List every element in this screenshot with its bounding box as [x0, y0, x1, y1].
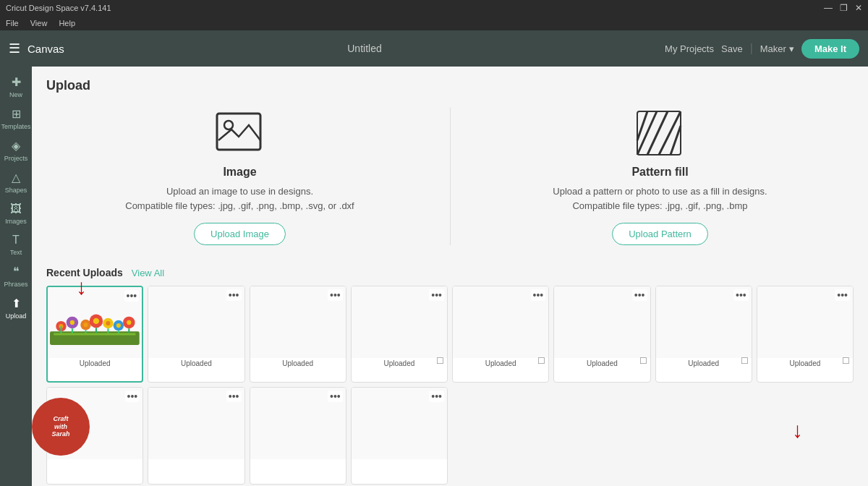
upload-thumb-5[interactable]: Uploaded ••• ☐	[452, 286, 549, 383]
upload-thumb-11[interactable]: •••	[250, 387, 346, 484]
uploads-grid-row2: ••• ••• ••• •••	[46, 387, 854, 484]
upload-thumb-4[interactable]: Uploaded ••• ☐	[351, 286, 448, 383]
sidebar-label-shapes: Shapes	[5, 187, 27, 194]
maker-label: Maker	[760, 43, 786, 54]
canvas-label: Canvas	[27, 43, 64, 55]
save-button[interactable]: Save	[721, 43, 743, 54]
thumb-label-6: Uploaded	[554, 358, 650, 369]
window-controls[interactable]: — ❐ ✕	[824, 3, 862, 13]
sidebar-label-phrases: Phrases	[4, 281, 27, 288]
thumb-menu-6[interactable]: •••	[632, 289, 647, 301]
recent-uploads-header: Recent Uploads View All	[46, 267, 854, 278]
sidebar-item-images[interactable]: 🖼 Images	[0, 198, 32, 228]
menu-file[interactable]: File	[6, 19, 19, 27]
svg-point-13	[70, 320, 75, 325]
thumb-label-2: Uploaded	[148, 358, 244, 369]
thumb-label-8: Uploaded	[757, 358, 853, 369]
thumb-menu-12[interactable]: •••	[429, 391, 444, 402]
title-bar: Cricut Design Space v7.4.141 — ❐ ✕	[0, 0, 868, 16]
recent-uploads-title: Recent Uploads	[46, 267, 123, 278]
pattern-option-desc: Upload a pattern or photo to use as a fi…	[553, 184, 767, 199]
upload-thumb-6[interactable]: Uploaded ••• ☐	[553, 286, 650, 383]
maker-button[interactable]: Maker ▾	[760, 43, 794, 54]
sidebar-label-new: New	[9, 91, 22, 98]
thumb-menu-9[interactable]: •••	[125, 391, 140, 402]
sidebar-item-new[interactable]: ✚ New	[0, 71, 32, 101]
text-icon: T	[12, 234, 20, 247]
upload-thumb-2[interactable]: Uploaded •••	[148, 286, 244, 383]
thumb-menu-8[interactable]: •••	[835, 289, 850, 301]
view-all-link[interactable]: View All	[132, 268, 164, 278]
upload-thumb-10[interactable]: •••	[148, 387, 244, 484]
thumb-menu-2[interactable]: •••	[226, 289, 242, 301]
sidebar-item-phrases[interactable]: ❝ Phrases	[0, 260, 32, 291]
options-divider	[450, 108, 451, 245]
svg-rect-30	[54, 333, 135, 335]
svg-line-4	[647, 111, 668, 155]
header-divider: |	[750, 42, 753, 55]
image-upload-option: Image Upload an image to use in designs.…	[59, 108, 421, 245]
svg-point-16	[84, 323, 88, 327]
upload-thumb-7[interactable]: Uploaded ••• ☐	[655, 286, 752, 383]
sidebar-item-text[interactable]: T Text	[0, 229, 32, 259]
header-right: My Projects Save | Maker ▾ Make It	[665, 39, 859, 59]
svg-rect-23	[108, 328, 109, 333]
sidebar-item-shapes[interactable]: △ Shapes	[0, 166, 32, 197]
menu-view[interactable]: View	[30, 19, 48, 27]
thumb-check-6: ☐	[639, 356, 647, 366]
hamburger-menu-icon[interactable]: ☰	[9, 40, 20, 56]
sidebar-label-text: Text	[10, 249, 22, 256]
shapes-icon: △	[12, 171, 20, 184]
upload-thumb-1[interactable]: Uploaded ••• ↓	[46, 286, 143, 383]
thumb-label-12	[352, 459, 447, 462]
main-content: Upload Image Upload an image to use in d…	[32, 67, 868, 486]
thumb-menu-4[interactable]: •••	[429, 289, 444, 301]
pattern-option-compatible: Compatible file types: .jpg, .gif, .png,…	[572, 199, 747, 213]
upload-thumb-12[interactable]: •••	[351, 387, 448, 484]
thumb-menu-7[interactable]: •••	[733, 289, 749, 301]
thumb-check-7: ☐	[741, 356, 749, 366]
thumb-menu-10[interactable]: •••	[226, 391, 242, 402]
sidebar-label-projects: Projects	[4, 155, 28, 162]
thumb-label-10	[148, 459, 244, 462]
main-layout: ✚ New ⊞ Templates ◈ Projects △ Shapes 🖼 …	[0, 67, 868, 486]
thumb-label-11	[250, 459, 346, 462]
sidebar: ✚ New ⊞ Templates ◈ Projects △ Shapes 🖼 …	[0, 67, 32, 486]
sidebar-item-templates[interactable]: ⊞ Templates	[0, 103, 32, 133]
maximize-btn[interactable]: ❐	[840, 3, 848, 13]
image-option-compatible: Compatible file types: .jpg, .gif, .png,…	[125, 199, 354, 213]
image-option-title: Image	[223, 166, 256, 179]
thumb-check-4: ☐	[436, 356, 444, 366]
svg-point-28	[127, 320, 131, 325]
svg-point-19	[93, 318, 99, 324]
thumb-label-7: Uploaded	[656, 358, 752, 369]
make-it-button[interactable]: Make It	[801, 39, 859, 59]
app-title: Cricut Design Space v7.4.141	[6, 4, 111, 12]
app-header: ☰ Canvas Untitled My Projects Save | Mak…	[0, 30, 868, 67]
minimize-btn[interactable]: —	[824, 3, 833, 13]
my-projects-button[interactable]: My Projects	[665, 43, 714, 54]
menu-bar: File View Help	[0, 16, 868, 30]
close-btn[interactable]: ✕	[855, 3, 862, 13]
svg-point-22	[106, 321, 111, 325]
upload-thumb-8[interactable]: Uploaded ••• ☐	[757, 286, 854, 383]
thumb-label-3: Uploaded	[250, 358, 346, 369]
thumb-label-1: Uploaded	[48, 358, 142, 369]
svg-rect-2	[637, 111, 681, 155]
thumb-menu-1[interactable]: •••	[124, 290, 140, 302]
page-title: Upload	[46, 78, 854, 93]
sidebar-item-upload[interactable]: ⬆ Upload	[0, 292, 32, 323]
sidebar-item-projects[interactable]: ◈ Projects	[0, 135, 32, 165]
images-icon: 🖼	[10, 202, 22, 216]
menu-help[interactable]: Help	[59, 19, 75, 27]
thumb-menu-5[interactable]: •••	[531, 289, 546, 301]
thumb-menu-3[interactable]: •••	[328, 289, 343, 301]
thumb-check-8: ☐	[842, 356, 850, 366]
svg-rect-11	[61, 326, 62, 333]
upload-thumb-3[interactable]: Uploaded •••	[250, 286, 346, 383]
thumb-menu-11[interactable]: •••	[328, 391, 343, 402]
upload-pattern-button[interactable]: Upload Pattern	[612, 223, 708, 245]
pattern-option-icon	[631, 108, 689, 158]
upload-image-button[interactable]: Upload Image	[194, 223, 286, 245]
thumb-label-4: Uploaded	[352, 358, 447, 369]
